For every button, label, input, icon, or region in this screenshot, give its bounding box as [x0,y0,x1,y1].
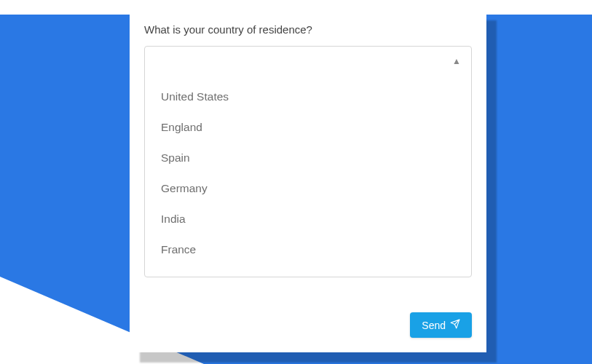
country-option[interactable]: Spain [151,143,465,173]
form-actions: Send [410,312,472,338]
paper-plane-icon [450,319,460,331]
country-select[interactable]: ▲ United States England Spain Germany In… [144,46,472,277]
question-label: What is your country of residence? [144,23,472,36]
country-option[interactable]: Germany [151,173,465,204]
country-option[interactable]: India [151,204,465,234]
chevron-up-icon: ▲ [452,57,461,66]
country-select-head[interactable]: ▲ [145,47,471,77]
send-button-label: Send [422,320,446,331]
country-option[interactable]: England [151,112,465,143]
form-card: What is your country of residence? ▲ Uni… [130,10,486,352]
country-option[interactable]: France [151,234,465,265]
country-option[interactable]: United States [151,82,465,112]
send-button[interactable]: Send [410,312,472,338]
country-options-list[interactable]: United States England Spain Germany Indi… [151,82,465,272]
